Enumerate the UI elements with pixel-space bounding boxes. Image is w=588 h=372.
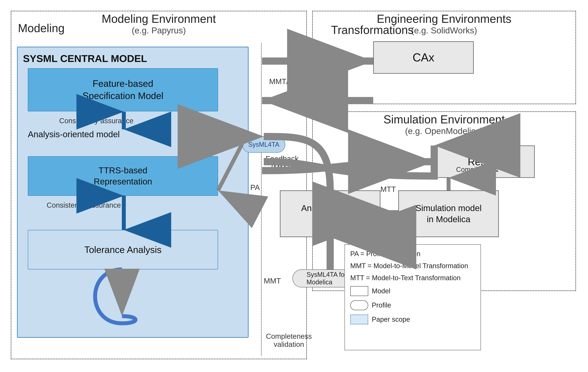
sysml-central-title: SYSML CENTRAL MODEL <box>18 47 248 68</box>
legend-abbreviation-2: MMT = Model-to-Model Transformation <box>350 262 475 270</box>
analysis-oriented-label: Analysis-oriented model <box>28 129 120 139</box>
sysml4ta-modelica-label: SysML4TA forModelica <box>306 271 346 286</box>
consistency-label-1: Consistency assurance <box>59 117 134 125</box>
simulation-modelica-box: Simulation modelin Modelica <box>398 190 499 237</box>
ttrs-text: TTRS-basedRepresentation <box>94 165 152 187</box>
legend-box: PA = Profile Application MMT = Model-to-… <box>345 244 481 350</box>
legend-model-label: Model <box>372 287 390 295</box>
mtt-label: MTT <box>380 185 396 194</box>
vertical-divider <box>261 43 262 356</box>
analysis-sysml-text: Analysis modelin SysML <box>301 203 359 225</box>
legend-profile-label: Profile <box>372 301 391 309</box>
tolerance-analysis-box: Tolerance Analysis <box>28 230 218 269</box>
analysis-sysml-box: Analysis modelin SysML <box>280 190 380 237</box>
legend-paper-scope-label: Paper scope <box>372 316 410 323</box>
legend-box-shape <box>350 286 368 296</box>
mmt-label-bottom: MMT <box>264 277 281 285</box>
sysml4ta-label: SysML4TA <box>248 141 279 148</box>
feedback-label: Feedback(MMT) <box>266 154 299 172</box>
diagram-container: Modeling Environment (e.g. Papyrus) Engi… <box>0 0 588 372</box>
legend-pill-shape <box>350 300 368 310</box>
legend-paper-scope-item: Paper scope <box>350 315 475 324</box>
legend-abbreviation-text-3: MTT = Model-to-Text Transformation <box>350 274 461 282</box>
legend-profile-item: Profile <box>350 300 475 310</box>
mmt-mtt-label: MMT/MTT <box>269 77 304 86</box>
simulation-env-title: Simulation Environment (e.g. OpenModelic… <box>312 113 576 136</box>
compilation-label: Compilation &Execution <box>445 165 510 183</box>
feature-spec-text: Feature-basedSpecification Model <box>83 77 163 102</box>
ttrs-box: TTRS-basedRepresentation <box>28 156 218 196</box>
legend-abbreviation-text-2: MMT = Model-to-Model Transformation <box>350 262 468 270</box>
feature-spec-box: Feature-basedSpecification Model <box>28 68 218 111</box>
legend-abbreviation-text-1: PA = Profile Application <box>350 250 420 258</box>
legend-abbreviation-3: MTT = Model-to-Text Transformation <box>350 274 475 282</box>
cax-text: CAx <box>413 51 434 64</box>
legend-model-item: Model <box>350 286 475 296</box>
legend-abbreviation-1: PA = Profile Application <box>350 250 475 258</box>
transformations-label: Transformations <box>314 23 431 37</box>
simulation-env-title-text: Simulation Environment <box>312 113 576 126</box>
sysml4ta-pill: SysML4TA <box>242 137 285 153</box>
cax-box: CAx <box>373 41 474 74</box>
simulation-env-subtitle: (e.g. OpenModelica) <box>312 126 576 136</box>
pa-label-1: PA <box>250 183 260 192</box>
legend-dashed-shape <box>350 315 368 324</box>
simulation-modelica-text: Simulation modelin Modelica <box>416 203 482 225</box>
consistency-label-2: Consistency assurance <box>47 201 121 209</box>
tolerance-text: Tolerance Analysis <box>84 244 162 255</box>
completeness-label: Completenessvalidation <box>266 332 312 349</box>
modeling-label: Modeling <box>18 22 65 35</box>
